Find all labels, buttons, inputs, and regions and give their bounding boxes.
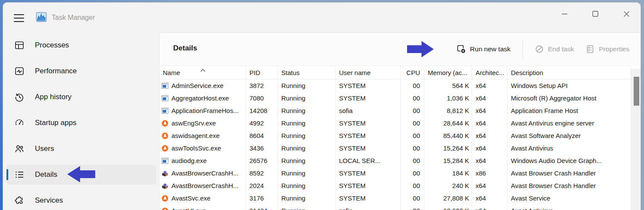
process-name: aswEngSrv.exe [171,117,216,129]
sidebar-item-label: Processes [35,41,69,50]
run-new-task-button[interactable]: Run new task [451,41,516,57]
table-row[interactable]: aswEngSrv.exe4992RunningSYSTEM0028,644 K… [159,117,631,129]
cell-description: Avast Software Analyzer [507,129,631,142]
page-title: Details [173,44,197,53]
sidebar-item-performance[interactable]: Performance [6,61,156,81]
minimize-button[interactable] [554,6,574,22]
cell-pid: 7080 [246,92,278,104]
cell-description: Avast Browser Crash Handler [507,167,631,179]
column-header-description[interactable]: Description [507,66,631,79]
maximize-icon [592,11,598,17]
properties-button[interactable]: Properties [580,41,635,57]
sidebar-item-app-history[interactable]: App history [6,87,156,107]
users-icon [14,144,25,154]
details-table: NamePIDStatusUser nameCPUMemory (ac...Ar… [159,66,631,210]
cell-name: aswToolsSvc.exe [159,142,246,154]
table-row[interactable]: AvastBrowserCrashH...2024RunningSYSTEM00… [159,179,631,192]
panel-header: Details Run new task End tas [159,33,641,66]
sidebar-item-users[interactable]: Users [6,139,156,159]
hamburger-menu-button[interactable] [9,9,29,27]
column-header-arch[interactable]: Architec... [472,66,507,79]
vertical-scrollbar[interactable] [631,69,641,210]
process-name: AvastUI.exe [171,204,206,210]
table-row[interactable]: AvastBrowserCrashH...8592RunningSYSTEM00… [159,167,631,179]
sidebar-item-label: Performance [35,67,77,75]
column-header-status[interactable]: Status [278,66,336,79]
cell-arch: x64 [472,192,507,204]
cell-memory: 564 K [424,79,472,92]
table-row[interactable]: audiodg.exe26576RunningLOCAL SER...0015,… [159,154,631,167]
cell-cpu: 00 [401,92,424,104]
desktop: { "titlebar": { "app_title": "Task Manag… [0,0,644,210]
sidebar-item-services[interactable]: Services [6,191,156,210]
maximize-button[interactable] [585,6,605,22]
process-name: AvastBrowserCrashH... [171,179,239,192]
table-row[interactable]: AvastUI.exe31434Runningsofia0018,692 Kx6… [159,204,631,210]
cell-arch: x64 [472,204,507,210]
cell-arch: x64 [472,142,507,154]
cell-name: audiodg.exe [159,154,246,167]
cell-name: AvastSvc.exe [159,192,246,204]
cell-arch: x64 [472,79,507,92]
cell-user: SYSTEM [336,117,401,129]
table-row[interactable]: aswidsagent.exe8604RunningSYSTEM0085,440… [159,129,631,142]
cell-status: Running [278,204,336,210]
exe-window-icon [162,157,168,164]
scrollbar-thumb[interactable] [634,77,639,106]
cell-pid: 31434 [246,204,278,210]
cell-arch: x64 [472,104,507,117]
hamburger-icon [14,14,24,15]
cell-user: LOCAL SER... [336,154,401,167]
cell-cpu: 00 [401,204,424,210]
cell-user: SYSTEM [336,179,401,192]
details-icon [14,169,25,180]
cell-pid: 3176 [246,192,278,204]
end-task-icon [535,45,544,53]
cell-cpu: 00 [401,129,424,142]
titlebar: Task Manager [3,3,641,29]
app-history-icon [14,92,25,102]
cell-description: Avast Antivirus [507,142,631,154]
table-row[interactable]: AggregatorHost.exe7080RunningSYSTEM001,0… [159,92,631,104]
cell-description: Windows Audio Device Graph... [507,154,631,167]
end-task-button[interactable]: End task [529,41,580,57]
cell-user: SYSTEM [336,142,401,154]
window-controls [554,6,636,22]
close-button[interactable] [616,6,636,22]
table-row[interactable]: aswToolsSvc.exe3436RunningSYSTEM0015,264… [159,142,631,154]
cell-user: sofia [336,204,401,210]
run-new-task-icon [457,45,466,53]
cell-name: AvastBrowserCrashH... [159,167,246,179]
cell-arch: x64 [472,129,507,142]
cell-cpu: 00 [401,154,424,167]
cell-cpu: 00 [401,79,424,92]
column-header-cpu[interactable]: CPU [401,66,424,79]
cell-memory: 240 K [424,179,472,192]
column-header-user[interactable]: User name [336,66,401,79]
sidebar-item-label: Users [35,144,54,153]
cell-status: Running [278,154,336,167]
task-manager-window: Task Manager Processes [3,2,641,210]
table-body: AdminService.exe3872RunningSYSTEM00564 K… [159,79,631,210]
cell-status: Running [278,104,336,117]
avast-crash-icon [162,182,168,189]
sidebar-item-processes[interactable]: Processes [6,35,156,55]
cell-arch: x64 [472,117,507,129]
cell-memory: 1,036 K [424,92,472,104]
cell-description: Avast Antivirus engine server [507,117,631,129]
process-name: AvastSvc.exe [171,192,211,204]
column-header-pid[interactable]: PID [246,66,278,79]
cell-status: Running [278,79,336,92]
close-icon [623,11,630,17]
table-row[interactable]: ApplicationFrameHos...14208Runningsofia0… [159,104,631,117]
table-row[interactable]: AdminService.exe3872RunningSYSTEM00564 K… [159,79,631,92]
table-row[interactable]: AvastSvc.exe3176RunningSYSTEM0027,808 Kx… [159,192,631,204]
cell-user: SYSTEM [336,129,401,142]
cell-cpu: 00 [401,104,424,117]
cell-user: SYSTEM [336,192,401,204]
cell-cpu: 00 [401,192,424,204]
column-header-memory[interactable]: Memory (ac... [424,66,472,79]
cell-memory: 15,264 K [424,142,472,154]
cell-cpu: 00 [401,142,424,154]
sidebar-item-startup-apps[interactable]: Startup apps [6,113,156,133]
